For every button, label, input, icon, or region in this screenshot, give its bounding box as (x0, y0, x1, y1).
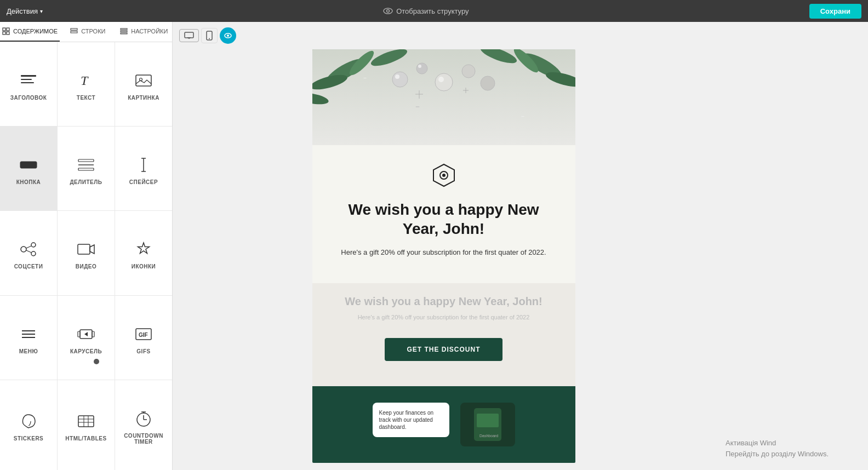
footer-card: Keep your finances on track with our upd… (373, 403, 449, 437)
svg-point-27 (31, 251, 36, 256)
chevron-down-icon: ▾ (40, 8, 43, 14)
component-heading[interactable]: ЗАГОЛОВОК (0, 42, 57, 126)
svg-rect-39 (78, 416, 94, 427)
svg-point-64 (511, 49, 541, 76)
menu-label: МЕНЮ (19, 348, 38, 354)
footer-card-title: Keep your finances on track with our upd… (379, 409, 443, 431)
tab-settings[interactable]: НАСТРОЙКИ (116, 22, 172, 42)
svg-text:T: T (81, 73, 89, 88)
top-bar-left: Действия ▾ (7, 7, 43, 15)
svg-rect-10 (121, 33, 127, 34)
component-text[interactable]: T ТЕКСТ (58, 42, 115, 126)
svg-rect-13 (21, 82, 34, 83)
tab-content[interactable]: СОДЕРЖИМОЕ (0, 22, 60, 42)
svg-rect-3 (7, 28, 9, 31)
carousel-badge (94, 359, 99, 364)
main-layout: СОДЕРЖИМОЕ СТРОКИ (0, 22, 868, 470)
heading-icon (19, 71, 38, 90)
svg-point-65 (478, 49, 518, 66)
divider-label: ДЕЛИТЕЛЬ (70, 179, 102, 185)
component-carousel[interactable]: КАРУСЕЛЬ (58, 296, 115, 380)
component-stickers[interactable]: STICKERS (0, 380, 57, 470)
component-menu[interactable]: МЕНЮ (0, 296, 57, 380)
email-hero-image (312, 49, 575, 145)
tab-rows-label: СТРОКИ (81, 28, 105, 35)
svg-point-59 (346, 49, 376, 78)
ghost-subtext: Here's a gift 20% off your subscription … (334, 313, 553, 322)
email-cta-button[interactable]: GET THE DISCOUNT (385, 338, 502, 361)
svg-rect-17 (20, 162, 37, 168)
svg-point-61 (312, 91, 329, 106)
component-divider[interactable]: ДЕЛИТЕЛЬ (58, 127, 115, 210)
component-button[interactable]: КНОПКА (0, 127, 57, 210)
svg-rect-19 (78, 159, 94, 162)
svg-rect-21 (78, 168, 94, 170)
svg-line-28 (26, 246, 31, 248)
svg-point-53 (209, 38, 210, 39)
email-logo (430, 162, 458, 189)
settings-icon (120, 27, 128, 35)
svg-point-55 (227, 35, 229, 37)
svg-rect-2 (3, 28, 5, 31)
image-icon (134, 71, 153, 90)
email-body: We wish you a happy New Year, John! Here… (312, 145, 575, 283)
actions-button[interactable]: Действия ▾ (7, 7, 43, 15)
svg-point-71 (395, 74, 399, 79)
windows-activation-line2: Перейдіть до розділу Windows. (726, 449, 857, 460)
svg-point-25 (21, 247, 26, 252)
svg-line-29 (26, 250, 31, 253)
svg-rect-15 (136, 75, 151, 86)
canvas-toolbar (173, 22, 243, 49)
desktop-view-button[interactable] (179, 29, 199, 42)
grid-icon (2, 27, 10, 35)
tab-content-label: СОДЕРЖИМОЕ (13, 28, 58, 35)
actions-label: Действия (7, 7, 38, 15)
email-footer-section: Keep your finances on track with our upd… (312, 386, 575, 463)
tab-settings-label: НАСТРОЙКИ (131, 28, 168, 35)
tab-rows[interactable]: СТРОКИ (60, 22, 116, 42)
svg-point-72 (418, 65, 421, 68)
carousel-label: КАРУСЕЛЬ (70, 348, 102, 354)
svg-point-26 (31, 243, 36, 247)
save-button[interactable]: Сохрани (809, 4, 861, 19)
svg-point-70 (481, 76, 495, 90)
component-countdown[interactable]: COUNTDOWN TIMER (115, 380, 172, 470)
windows-activation-line1: Активація Wind (726, 438, 857, 449)
text-icon: T (76, 71, 96, 90)
component-spacer[interactable]: СПЕЙСЕР (115, 127, 172, 210)
svg-point-63 (544, 69, 575, 89)
component-icons[interactable]: ИКОНКИ (115, 211, 172, 295)
email-preview-wrapper: We wish you a happy New Year, John! Here… (173, 49, 715, 470)
svg-point-79 (442, 174, 446, 177)
social-label: СОЦСЕТИ (14, 263, 43, 270)
component-html-tables[interactable]: HTML/TABLES (58, 380, 115, 470)
html-icon (76, 411, 96, 431)
svg-rect-7 (71, 31, 77, 33)
component-image[interactable]: КАРТИНКА (115, 42, 172, 126)
text-label: ТЕКСТ (77, 95, 95, 101)
email-preview-ghost: We wish you a happy New Year, John! Here… (312, 283, 575, 387)
svg-rect-6 (71, 28, 77, 30)
ghost-heading: We wish you a happy New Year, John! (334, 294, 553, 308)
svg-text:GIF: GIF (139, 332, 148, 338)
component-gifs[interactable]: GIF GIFS (115, 296, 172, 380)
icons-icon (134, 239, 153, 259)
email-preview: We wish you a happy New Year, John! Here… (312, 49, 575, 463)
svg-point-62 (520, 49, 564, 82)
svg-point-1 (387, 10, 390, 13)
svg-point-66 (392, 72, 408, 87)
windows-activation: Активація Wind Перейдіть до розділу Wind… (726, 438, 857, 459)
dashboard-mockup: Dashboard (460, 403, 515, 446)
svg-point-58 (312, 72, 349, 92)
component-social[interactable]: СОЦСЕТИ (0, 211, 57, 295)
eye-icon-button[interactable] (383, 8, 393, 14)
preview-button[interactable] (220, 27, 236, 44)
carousel-icon (76, 324, 96, 344)
svg-rect-8 (121, 28, 127, 30)
top-bar-center: Отобразить структуру (383, 7, 469, 15)
component-video[interactable]: ВИДЕО (58, 211, 115, 295)
mobile-view-button[interactable] (201, 28, 218, 43)
display-structure-label: Отобразить структуру (396, 7, 469, 15)
divider-icon (76, 155, 96, 175)
svg-rect-11 (21, 75, 36, 77)
